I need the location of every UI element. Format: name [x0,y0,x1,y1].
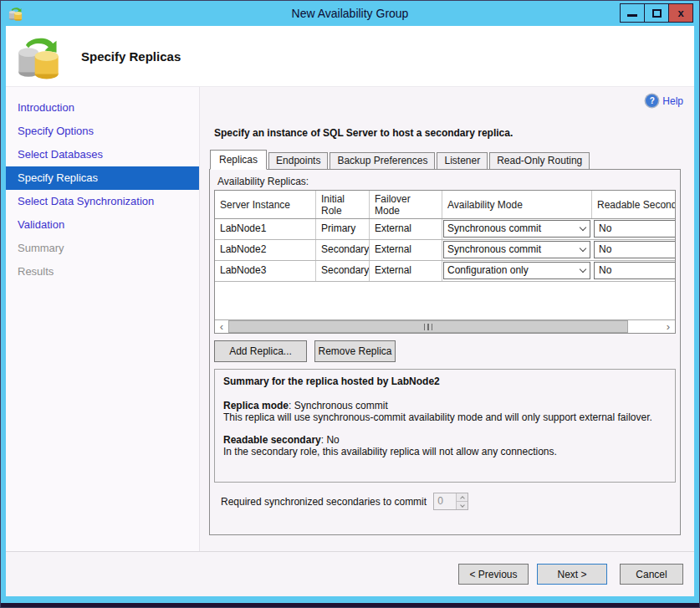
remove-replica-button[interactable]: Remove Replica [314,340,396,362]
availability-replicas-label: Availability Replicas: [217,176,676,187]
availability-mode-dropdown[interactable]: Synchronous commit [443,220,590,238]
spinner-down-button [457,501,468,509]
sidebar-item-introduction[interactable]: Introduction [6,96,199,120]
chevron-up-icon [460,496,465,501]
titlebar[interactable]: New Availability Group x [1,1,699,26]
cell-availability-mode: Synchronous commit [442,240,592,260]
tab-endpoints[interactable]: Endpoints [268,152,328,170]
page-title: Specify Replicas [81,49,181,64]
next-button[interactable]: Next > [537,564,607,585]
sidebar-item-select-data-synchronization[interactable]: Select Data Synchronization [6,190,199,213]
cell-initial-role[interactable]: Primary [316,219,370,239]
cell-server-instance[interactable]: LabNode2 [215,240,316,260]
chevron-down-icon[interactable] [575,242,590,258]
cancel-button[interactable]: Cancel [620,564,683,585]
window-title: New Availability Group [1,7,699,20]
sidebar-item-summary: Summary [6,237,199,260]
wizard-footer: < Previous Next > Cancel [6,551,694,596]
availability-group-icon [17,33,60,79]
tab-read-only-routing[interactable]: Read-Only Routing [489,152,590,170]
availability-mode-dropdown[interactable]: Configuration only [443,262,590,279]
readable-secondary-description: In the secondary role, this availability… [223,446,667,457]
sidebar-item-select-databases[interactable]: Select Databases [6,143,199,166]
sidebar-item-results: Results [6,260,199,284]
chevron-down-icon[interactable] [575,263,590,278]
table-row[interactable]: LabNode1 Primary External Synchronous co… [215,219,675,240]
scroll-right-icon[interactable]: › [662,320,675,333]
cell-initial-role[interactable]: Secondary [316,240,370,260]
column-header-availability-mode[interactable]: Availability Mode [442,191,592,218]
spinner-up-button [457,493,468,501]
scrollbar-track[interactable] [628,320,662,333]
readable-secondary-dropdown[interactable]: No [594,220,675,238]
tab-listener[interactable]: Listener [437,152,488,170]
column-header-server-instance[interactable]: Server Instance [215,191,316,218]
minimize-icon [627,14,637,17]
help-link[interactable]: Help [662,95,683,107]
window-bottom-edge [1,603,699,607]
readable-secondary-dropdown[interactable]: No [594,262,675,279]
sidebar-item-specify-options[interactable]: Specify Options [6,120,199,143]
summary-title: Summary for the replica hosted by LabNod… [223,376,667,387]
cell-failover-mode[interactable]: External [370,261,442,281]
chevron-down-icon[interactable] [575,221,590,237]
maximize-icon [652,9,662,18]
chevron-down-icon [460,503,465,508]
horizontal-scrollbar[interactable]: ‹ › [215,319,675,333]
help-icon[interactable]: ? [646,95,658,107]
replica-mode-description: This replica will use synchronous-commit… [223,411,667,423]
instruction-text: Specify an instance of SQL Server to hos… [214,127,683,139]
scrollbar-grip-icon [422,324,434,330]
column-header-failover-mode[interactable]: Failover Mode [370,191,442,218]
cell-availability-mode: Configuration only [442,261,592,281]
maximize-button[interactable] [644,3,669,23]
availability-group-icon [8,6,23,21]
readable-secondary-line: Readable secondary: No [223,434,667,446]
dialog-window: New Availability Group x Specify Replica… [0,0,700,608]
cell-server-instance[interactable]: LabNode1 [215,219,316,239]
replica-summary-box: Summary for the replica hosted by LabNod… [214,369,676,483]
sidebar-item-specify-replicas[interactable]: Specify Replicas [6,166,199,190]
availability-replicas-grid: Server Instance Initial Role Failover Mo… [214,190,676,334]
close-button[interactable]: x [668,3,693,23]
tab-replicas[interactable]: Replicas [210,150,267,170]
table-row[interactable]: LabNode2 Secondary External Synchronous … [215,240,675,261]
wizard-steps-sidebar: Introduction Specify Options Select Data… [6,87,199,551]
availability-mode-dropdown[interactable]: Synchronous commit [443,241,590,258]
cell-failover-mode[interactable]: External [370,219,442,239]
grid-header-row: Server Instance Initial Role Failover Mo… [215,191,675,219]
column-header-initial-role[interactable]: Initial Role [316,191,370,218]
tab-strip: Replicas Endpoints Backup Preferences Li… [209,149,683,169]
required-secondaries-spinner: 0 [433,493,468,510]
cell-server-instance[interactable]: LabNode3 [215,261,316,281]
scroll-left-icon[interactable]: ‹ [215,320,228,333]
sidebar-item-validation[interactable]: Validation [6,213,199,237]
previous-button[interactable]: < Previous [458,564,529,585]
tab-backup-preferences[interactable]: Backup Preferences [330,152,435,170]
required-secondaries-label: Required synchronized secondaries to com… [221,496,427,508]
column-header-readable-secondary[interactable]: Readable Secondary [592,191,675,218]
cell-readable-secondary: No [592,240,675,260]
wizard-content: ? Help Specify an instance of SQL Server… [199,87,694,551]
scrollbar-thumb[interactable] [228,320,628,333]
close-icon: x [677,7,683,19]
cell-availability-mode: Synchronous commit [442,219,592,239]
cell-initial-role[interactable]: Secondary [316,261,370,281]
wizard-header: Specify Replicas [6,26,694,86]
replicas-tab-panel: Availability Replicas: Server Instance I… [209,169,681,535]
readable-secondary-dropdown[interactable]: No [594,241,675,258]
cell-readable-secondary: No [592,261,675,281]
table-row[interactable]: LabNode3 Secondary External Configuratio… [215,261,675,282]
replica-mode-line: Replica mode: Synchronous commit [223,400,667,411]
cell-failover-mode[interactable]: External [370,240,442,260]
minimize-button[interactable] [620,3,645,23]
spinner-value: 0 [434,493,456,509]
add-replica-button[interactable]: Add Replica... [214,340,307,362]
wizard-body: Specify Replicas Introduction Specify Op… [6,26,694,596]
cell-readable-secondary: No [592,219,675,239]
